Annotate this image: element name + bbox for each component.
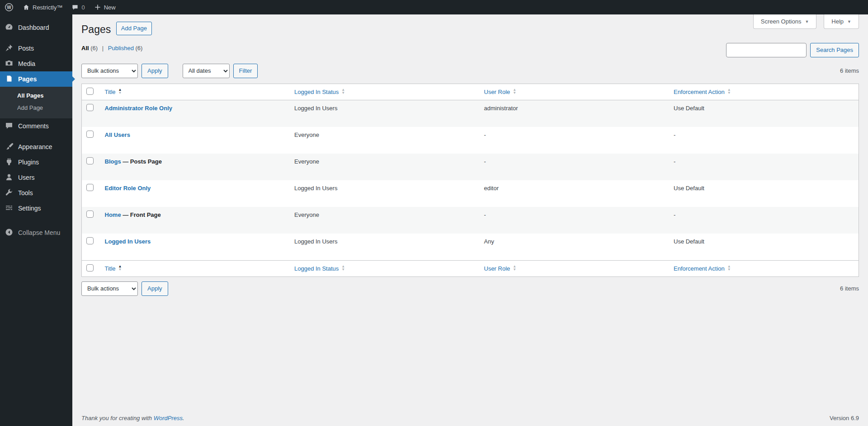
screen-options-button[interactable]: Screen Options ▼	[753, 14, 817, 29]
wordpress-logo-menu[interactable]: W	[0, 0, 18, 14]
footer-thanks-prefix: Thank you for creating with	[81, 415, 154, 421]
row-checkbox[interactable]	[86, 237, 94, 244]
sort-action-header[interactable]: Enforcement Action ▲▼	[674, 265, 731, 272]
site-name: Restrictly™	[33, 4, 62, 11]
cell-logged-in-status: Everyone	[290, 127, 480, 154]
sidebar-item-appearance[interactable]: Appearance	[0, 139, 72, 154]
pages-submenu: All Pages Add Page	[0, 87, 72, 118]
tablenav-actions-bottom: Bulk actions Apply	[81, 281, 168, 296]
apply-button-bottom[interactable]: Apply	[142, 281, 168, 296]
column-label-title: Title	[105, 265, 116, 272]
tablenav-actions-top: Bulk actions Apply All dates Filter	[81, 64, 258, 78]
sidebar-item-dashboard[interactable]: Dashboard	[0, 20, 72, 35]
view-all-link[interactable]: All	[81, 45, 89, 51]
title-suffix: — Front Page	[121, 211, 161, 218]
sort-indicator-icon: ▲▼	[513, 265, 516, 272]
view-all-count: (6)	[90, 45, 98, 51]
sidebar-item-label: Comments	[18, 122, 49, 130]
view-published-link[interactable]: Published	[108, 45, 134, 51]
admin-footer: Thank you for creating with WordPress. V…	[81, 415, 859, 421]
wordpress-logo-icon: W	[5, 3, 14, 12]
help-button[interactable]: Help ▼	[824, 14, 859, 29]
sidebar-item-settings[interactable]: Settings	[0, 201, 72, 216]
footer-version: Version 6.9	[830, 415, 859, 421]
bulk-actions-select-bottom[interactable]: Bulk actions	[81, 281, 138, 296]
sort-role-header[interactable]: User Role ▲▼	[484, 89, 517, 95]
row-checkbox[interactable]	[86, 131, 94, 138]
sidebar-item-tools[interactable]: Tools	[0, 185, 72, 201]
sort-indicator-icon: ▲▼	[118, 265, 122, 272]
cell-enforcement-action: -	[669, 207, 859, 234]
sort-status-header[interactable]: Logged In Status ▲▼	[294, 265, 345, 272]
wrench-icon	[5, 188, 14, 198]
sidebar-item-comments[interactable]: Comments	[0, 118, 72, 134]
table-row: Logged In Users Logged In Users Any Use …	[82, 234, 859, 261]
column-label-role: User Role	[484, 89, 510, 95]
sort-indicator-icon: ▲▼	[513, 89, 516, 95]
table-row: Blogs — Posts Page Everyone - -	[82, 154, 859, 180]
collapse-menu-button[interactable]: Collapse Menu	[0, 225, 72, 240]
sidebar-item-add-page[interactable]: Add Page	[0, 102, 72, 114]
dashboard-icon	[5, 23, 14, 33]
table-row: Home — Front Page Everyone - -	[82, 207, 859, 234]
sort-indicator-icon: ▲▼	[118, 89, 122, 95]
page-link[interactable]: Blogs	[105, 158, 121, 165]
filter-button[interactable]: Filter	[233, 64, 258, 78]
comment-count: 0	[81, 4, 85, 11]
sidebar-item-posts[interactable]: Posts	[0, 41, 72, 56]
page-link[interactable]: All Users	[105, 131, 130, 138]
sort-role-header[interactable]: User Role ▲▼	[484, 265, 517, 272]
sort-action-header[interactable]: Enforcement Action ▲▼	[674, 89, 731, 95]
screen-options-label: Screen Options	[761, 18, 802, 25]
pages-list-table: Title ▲▼ Logged In Status ▲▼ User Role	[81, 84, 859, 277]
sort-indicator-icon: ▲▼	[727, 265, 731, 272]
page-link[interactable]: Administrator Role Only	[105, 105, 173, 112]
title-suffix: — Posts Page	[121, 158, 162, 165]
cell-user-role: Any	[480, 234, 670, 261]
search-input[interactable]	[726, 43, 807, 57]
select-all-checkbox[interactable]	[86, 88, 94, 95]
site-name-menu[interactable]: Restrictly™	[18, 0, 67, 14]
help-label: Help	[831, 18, 844, 25]
sort-title-header[interactable]: Title ▲▼	[105, 265, 122, 272]
comment-bubble-icon	[71, 4, 79, 11]
dates-filter-select[interactable]: All dates	[183, 64, 230, 78]
sort-indicator-icon: ▲▼	[341, 265, 345, 272]
new-content-menu[interactable]: New	[90, 0, 120, 14]
select-all-checkbox[interactable]	[86, 264, 94, 272]
settings-icon	[5, 203, 14, 214]
sort-title-header[interactable]: Title ▲▼	[105, 89, 122, 95]
page-link[interactable]: Logged In Users	[105, 238, 151, 245]
search-pages-button[interactable]: Search Pages	[810, 43, 859, 57]
add-page-button[interactable]: Add Page	[116, 22, 152, 35]
row-checkbox[interactable]	[86, 104, 94, 111]
sidebar-item-users[interactable]: Users	[0, 170, 72, 185]
row-checkbox[interactable]	[86, 157, 94, 164]
bulk-actions-select[interactable]: Bulk actions	[81, 64, 138, 78]
sidebar-item-label: Posts	[18, 45, 34, 52]
page-link[interactable]: Editor Role Only	[105, 185, 151, 192]
sidebar-item-label: Settings	[18, 205, 41, 212]
sidebar-item-media[interactable]: Media	[0, 56, 72, 71]
page-link[interactable]: Home	[105, 211, 121, 218]
column-label-status: Logged In Status	[294, 89, 339, 95]
sidebar-item-pages[interactable]: Pages	[0, 71, 72, 87]
wordpress-link[interactable]: WordPress	[154, 415, 183, 421]
sort-indicator-icon: ▲▼	[727, 89, 731, 95]
table-footer-row: Title ▲▼ Logged In Status ▲▼ User Role	[82, 260, 859, 276]
cell-user-role: editor	[480, 180, 670, 207]
cell-logged-in-status: Everyone	[290, 207, 480, 234]
row-checkbox[interactable]	[86, 184, 94, 191]
collapse-icon	[5, 228, 14, 238]
view-filter-links: All (6) | Published (6)	[81, 43, 142, 51]
apply-button[interactable]: Apply	[142, 64, 168, 78]
sidebar-item-label: Pages	[18, 75, 37, 83]
sidebar-item-plugins[interactable]: Plugins	[0, 154, 72, 170]
table-row: Administrator Role Only Logged In Users …	[82, 100, 859, 127]
comments-menu[interactable]: 0	[67, 0, 89, 14]
row-checkbox[interactable]	[86, 211, 94, 218]
sort-status-header[interactable]: Logged In Status ▲▼	[294, 89, 345, 95]
cell-logged-in-status: Logged In Users	[290, 234, 480, 261]
cell-enforcement-action: Use Default	[669, 234, 859, 261]
sidebar-item-all-pages[interactable]: All Pages	[0, 89, 72, 102]
